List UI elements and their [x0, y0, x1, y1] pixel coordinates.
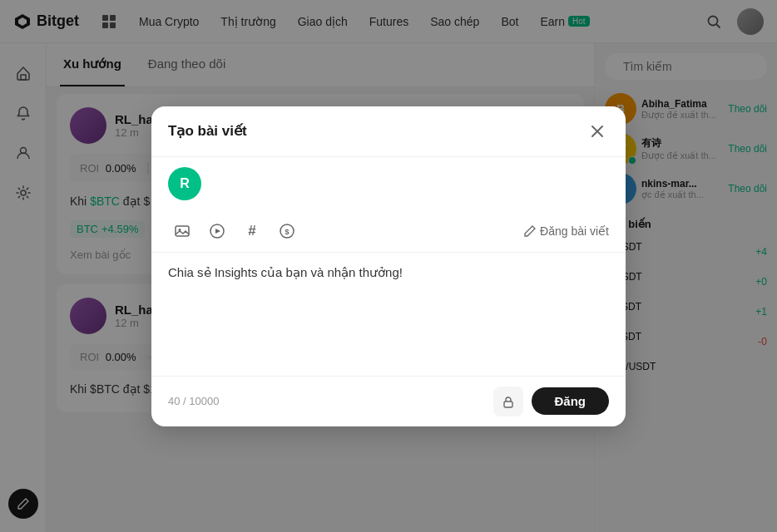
- modal-user-row: R: [151, 157, 626, 210]
- modal-title: Tạo bài viết: [168, 122, 247, 140]
- lock-btn[interactable]: [493, 387, 523, 416]
- pencil-icon: [523, 224, 537, 238]
- modal-header: Tạo bài viết: [151, 106, 626, 157]
- lock-icon: [502, 395, 515, 408]
- modal-overlay[interactable]: Tạo bài viết R # $ Đăng bài viết: [0, 0, 777, 532]
- submit-btn[interactable]: Đăng: [532, 387, 610, 415]
- image-icon: [174, 223, 191, 239]
- video-icon: [209, 223, 225, 239]
- modal: Tạo bài viết R # $ Đăng bài viết: [151, 106, 626, 426]
- svg-text:$: $: [285, 228, 289, 236]
- modal-text-area: Chia sẻ Insights của bạn và nhận thưởng!: [151, 253, 626, 376]
- modal-close-btn[interactable]: [586, 120, 609, 143]
- publish-label-btn[interactable]: Đăng bài viết: [540, 224, 609, 238]
- coin-btn[interactable]: $: [273, 217, 301, 245]
- svg-rect-21: [504, 401, 512, 407]
- post-textarea[interactable]: Chia sẻ Insights của bạn và nhận thưởng!: [168, 263, 609, 362]
- modal-footer: 40 / 10000 Đăng: [151, 376, 626, 426]
- svg-marker-18: [215, 229, 220, 234]
- modal-toolbar: # $ Đăng bài viết: [151, 210, 626, 253]
- svg-rect-15: [176, 226, 189, 236]
- modal-user-avatar: R: [168, 167, 201, 200]
- coin-icon: $: [279, 223, 295, 239]
- video-upload-btn[interactable]: [203, 217, 231, 245]
- image-upload-btn[interactable]: [168, 217, 196, 245]
- hashtag-btn[interactable]: #: [238, 217, 266, 245]
- close-icon: [591, 125, 604, 138]
- char-count: 40 / 10000: [168, 395, 219, 407]
